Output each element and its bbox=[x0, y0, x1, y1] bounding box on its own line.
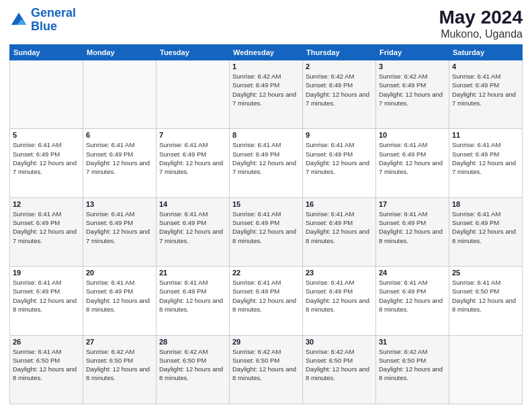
calendar-cell: 28Sunrise: 6:42 AM Sunset: 6:50 PM Dayli… bbox=[157, 335, 230, 404]
calendar-cell: 3Sunrise: 6:42 AM Sunset: 6:49 PM Daylig… bbox=[376, 60, 449, 129]
day-number: 8 bbox=[232, 131, 300, 139]
day-number: 23 bbox=[306, 269, 373, 277]
day-info: Sunrise: 6:41 AM Sunset: 6:49 PM Dayligh… bbox=[452, 140, 519, 176]
logo-icon bbox=[9, 11, 28, 30]
header: General Blue May 2024 Mukono, Uganda bbox=[9, 7, 523, 40]
day-number: 7 bbox=[159, 131, 226, 139]
day-number: 18 bbox=[452, 200, 519, 208]
day-number: 31 bbox=[379, 338, 446, 346]
day-number: 11 bbox=[452, 131, 519, 139]
calendar-cell bbox=[449, 335, 523, 404]
calendar-cell: 13Sunrise: 6:41 AM Sunset: 6:49 PM Dayli… bbox=[83, 197, 157, 266]
day-info: Sunrise: 6:42 AM Sunset: 6:50 PM Dayligh… bbox=[306, 347, 373, 383]
day-number: 27 bbox=[86, 338, 153, 346]
calendar-week-row: 12Sunrise: 6:41 AM Sunset: 6:49 PM Dayli… bbox=[10, 197, 523, 266]
day-number: 21 bbox=[159, 269, 226, 277]
calendar-cell: 25Sunrise: 6:41 AM Sunset: 6:50 PM Dayli… bbox=[449, 267, 523, 335]
day-info: Sunrise: 6:41 AM Sunset: 6:49 PM Dayligh… bbox=[159, 278, 226, 314]
day-number: 14 bbox=[159, 200, 226, 208]
day-number: 9 bbox=[306, 131, 373, 139]
day-info: Sunrise: 6:41 AM Sunset: 6:49 PM Dayligh… bbox=[159, 210, 226, 245]
day-info: Sunrise: 6:41 AM Sunset: 6:49 PM Dayligh… bbox=[159, 140, 226, 176]
calendar-cell: 11Sunrise: 6:41 AM Sunset: 6:49 PM Dayli… bbox=[449, 129, 523, 197]
day-info: Sunrise: 6:41 AM Sunset: 6:49 PM Dayligh… bbox=[86, 278, 153, 314]
day-info: Sunrise: 6:42 AM Sunset: 6:50 PM Dayligh… bbox=[379, 347, 446, 383]
calendar-cell: 12Sunrise: 6:41 AM Sunset: 6:49 PM Dayli… bbox=[10, 197, 83, 266]
weekday-header: Friday bbox=[376, 45, 449, 60]
day-info: Sunrise: 6:41 AM Sunset: 6:49 PM Dayligh… bbox=[86, 210, 153, 245]
day-info: Sunrise: 6:41 AM Sunset: 6:49 PM Dayligh… bbox=[379, 210, 446, 245]
day-number: 30 bbox=[306, 338, 373, 346]
day-info: Sunrise: 6:41 AM Sunset: 6:49 PM Dayligh… bbox=[13, 210, 80, 245]
calendar-cell: 20Sunrise: 6:41 AM Sunset: 6:49 PM Dayli… bbox=[83, 267, 157, 335]
day-info: Sunrise: 6:41 AM Sunset: 6:50 PM Dayligh… bbox=[452, 278, 519, 314]
weekday-header: Saturday bbox=[449, 45, 523, 60]
calendar-table: SundayMondayTuesdayWednesdayThursdayFrid… bbox=[9, 44, 523, 404]
weekday-header: Wednesday bbox=[230, 45, 303, 60]
day-info: Sunrise: 6:41 AM Sunset: 6:49 PM Dayligh… bbox=[379, 278, 446, 314]
calendar-cell: 29Sunrise: 6:42 AM Sunset: 6:50 PM Dayli… bbox=[230, 335, 303, 404]
logo-text: General Blue bbox=[31, 7, 76, 34]
calendar-cell: 24Sunrise: 6:41 AM Sunset: 6:49 PM Dayli… bbox=[376, 267, 449, 335]
calendar-cell: 10Sunrise: 6:41 AM Sunset: 6:49 PM Dayli… bbox=[376, 129, 449, 197]
calendar-week-row: 1Sunrise: 6:42 AM Sunset: 6:49 PM Daylig… bbox=[10, 60, 523, 129]
calendar-cell: 2Sunrise: 6:42 AM Sunset: 6:49 PM Daylig… bbox=[303, 60, 376, 129]
day-info: Sunrise: 6:42 AM Sunset: 6:49 PM Dayligh… bbox=[379, 72, 446, 107]
day-number: 5 bbox=[13, 131, 80, 139]
day-info: Sunrise: 6:41 AM Sunset: 6:49 PM Dayligh… bbox=[86, 140, 153, 176]
calendar-cell: 19Sunrise: 6:41 AM Sunset: 6:49 PM Dayli… bbox=[10, 267, 83, 335]
day-number: 22 bbox=[232, 269, 300, 277]
day-number: 25 bbox=[452, 269, 519, 277]
calendar-cell: 14Sunrise: 6:41 AM Sunset: 6:49 PM Dayli… bbox=[157, 197, 230, 266]
calendar-cell: 31Sunrise: 6:42 AM Sunset: 6:50 PM Dayli… bbox=[376, 335, 449, 404]
logo-line1: General bbox=[31, 6, 76, 19]
day-number: 1 bbox=[232, 62, 300, 71]
calendar-cell: 15Sunrise: 6:41 AM Sunset: 6:49 PM Dayli… bbox=[230, 197, 303, 266]
day-info: Sunrise: 6:41 AM Sunset: 6:49 PM Dayligh… bbox=[306, 140, 373, 176]
logo-line2: Blue bbox=[31, 19, 57, 33]
weekday-header: Thursday bbox=[303, 45, 376, 60]
day-info: Sunrise: 6:42 AM Sunset: 6:50 PM Dayligh… bbox=[232, 347, 300, 383]
calendar-cell: 21Sunrise: 6:41 AM Sunset: 6:49 PM Dayli… bbox=[157, 267, 230, 335]
weekday-header: Tuesday bbox=[157, 45, 230, 60]
day-info: Sunrise: 6:41 AM Sunset: 6:49 PM Dayligh… bbox=[232, 210, 300, 245]
calendar-cell: 6Sunrise: 6:41 AM Sunset: 6:49 PM Daylig… bbox=[83, 129, 157, 197]
day-info: Sunrise: 6:41 AM Sunset: 6:50 PM Dayligh… bbox=[13, 347, 80, 383]
day-number: 12 bbox=[13, 200, 80, 208]
calendar-cell: 22Sunrise: 6:41 AM Sunset: 6:49 PM Dayli… bbox=[230, 267, 303, 335]
day-info: Sunrise: 6:42 AM Sunset: 6:49 PM Dayligh… bbox=[306, 72, 373, 107]
page: General Blue May 2024 Mukono, Uganda Sun… bbox=[0, 0, 532, 411]
calendar-cell: 23Sunrise: 6:41 AM Sunset: 6:49 PM Dayli… bbox=[303, 267, 376, 335]
day-number: 17 bbox=[379, 200, 446, 208]
day-number: 6 bbox=[86, 131, 153, 139]
day-number: 20 bbox=[86, 269, 153, 277]
weekday-header: Sunday bbox=[10, 45, 83, 60]
day-info: Sunrise: 6:42 AM Sunset: 6:49 PM Dayligh… bbox=[232, 72, 300, 107]
day-info: Sunrise: 6:41 AM Sunset: 6:49 PM Dayligh… bbox=[306, 278, 373, 314]
day-info: Sunrise: 6:41 AM Sunset: 6:49 PM Dayligh… bbox=[306, 210, 373, 245]
day-info: Sunrise: 6:42 AM Sunset: 6:50 PM Dayligh… bbox=[86, 347, 153, 383]
calendar-week-row: 5Sunrise: 6:41 AM Sunset: 6:49 PM Daylig… bbox=[10, 129, 523, 197]
calendar-cell: 5Sunrise: 6:41 AM Sunset: 6:49 PM Daylig… bbox=[10, 129, 83, 197]
calendar-title: May 2024 bbox=[439, 7, 523, 28]
calendar-header-row: SundayMondayTuesdayWednesdayThursdayFrid… bbox=[10, 45, 523, 60]
calendar-cell: 16Sunrise: 6:41 AM Sunset: 6:49 PM Dayli… bbox=[303, 197, 376, 266]
day-number: 15 bbox=[232, 200, 300, 208]
day-info: Sunrise: 6:41 AM Sunset: 6:49 PM Dayligh… bbox=[13, 140, 80, 176]
day-number: 2 bbox=[306, 62, 373, 71]
day-number: 19 bbox=[13, 269, 80, 277]
day-number: 24 bbox=[379, 269, 446, 277]
calendar-cell: 1Sunrise: 6:42 AM Sunset: 6:49 PM Daylig… bbox=[230, 60, 303, 129]
calendar-cell: 7Sunrise: 6:41 AM Sunset: 6:49 PM Daylig… bbox=[157, 129, 230, 197]
day-number: 16 bbox=[306, 200, 373, 208]
calendar-cell bbox=[157, 60, 230, 129]
calendar-cell bbox=[83, 60, 157, 129]
title-block: May 2024 Mukono, Uganda bbox=[439, 7, 523, 40]
calendar-cell: 17Sunrise: 6:41 AM Sunset: 6:49 PM Dayli… bbox=[376, 197, 449, 266]
day-number: 13 bbox=[86, 200, 153, 208]
day-info: Sunrise: 6:41 AM Sunset: 6:49 PM Dayligh… bbox=[13, 278, 80, 314]
calendar-cell: 8Sunrise: 6:41 AM Sunset: 6:49 PM Daylig… bbox=[230, 129, 303, 197]
day-info: Sunrise: 6:41 AM Sunset: 6:49 PM Dayligh… bbox=[379, 140, 446, 176]
day-number: 28 bbox=[159, 338, 226, 346]
calendar-cell: 30Sunrise: 6:42 AM Sunset: 6:50 PM Dayli… bbox=[303, 335, 376, 404]
